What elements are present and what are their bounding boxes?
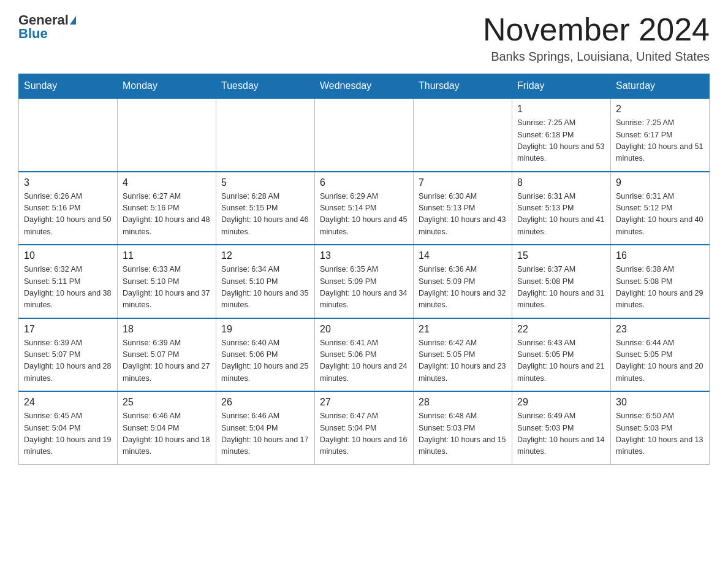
day-info: Sunrise: 6:40 AM Sunset: 5:06 PM Dayligh… xyxy=(221,337,309,385)
month-title: November 2024 xyxy=(483,12,710,47)
calendar-header-saturday: Saturday xyxy=(611,74,710,99)
day-number: 13 xyxy=(320,250,408,261)
calendar-week-row: 24Sunrise: 6:45 AM Sunset: 5:04 PM Dayli… xyxy=(19,391,710,464)
day-info: Sunrise: 6:42 AM Sunset: 5:05 PM Dayligh… xyxy=(419,337,507,385)
calendar-cell xyxy=(216,98,315,172)
calendar-cell: 21Sunrise: 6:42 AM Sunset: 5:05 PM Dayli… xyxy=(414,318,512,392)
calendar-header-wednesday: Wednesday xyxy=(315,74,414,99)
day-info: Sunrise: 6:33 AM Sunset: 5:10 PM Dayligh… xyxy=(123,264,211,312)
day-number: 23 xyxy=(616,324,704,335)
day-info: Sunrise: 6:36 AM Sunset: 5:09 PM Dayligh… xyxy=(419,264,507,312)
day-number: 24 xyxy=(24,397,112,408)
day-number: 14 xyxy=(419,250,507,261)
calendar-cell: 7Sunrise: 6:30 AM Sunset: 5:13 PM Daylig… xyxy=(414,172,512,245)
calendar-cell xyxy=(19,98,118,172)
day-number: 26 xyxy=(221,397,309,408)
calendar-cell: 17Sunrise: 6:39 AM Sunset: 5:07 PM Dayli… xyxy=(19,318,118,392)
day-info: Sunrise: 7:25 AM Sunset: 6:17 PM Dayligh… xyxy=(616,117,704,165)
calendar-cell: 1Sunrise: 7:25 AM Sunset: 6:18 PM Daylig… xyxy=(512,98,611,172)
day-number: 25 xyxy=(123,397,211,408)
calendar-week-row: 1Sunrise: 7:25 AM Sunset: 6:18 PM Daylig… xyxy=(19,98,710,172)
day-info: Sunrise: 6:28 AM Sunset: 5:15 PM Dayligh… xyxy=(221,191,309,239)
calendar-cell: 27Sunrise: 6:47 AM Sunset: 5:04 PM Dayli… xyxy=(315,391,414,464)
day-number: 7 xyxy=(419,177,507,188)
logo: General Blue xyxy=(18,12,76,42)
calendar-cell xyxy=(315,98,414,172)
calendar-cell: 26Sunrise: 6:46 AM Sunset: 5:04 PM Dayli… xyxy=(216,391,315,464)
calendar-table: SundayMondayTuesdayWednesdayThursdayFrid… xyxy=(18,74,710,465)
day-info: Sunrise: 6:27 AM Sunset: 5:16 PM Dayligh… xyxy=(123,191,211,239)
day-number: 16 xyxy=(616,250,704,261)
day-info: Sunrise: 6:29 AM Sunset: 5:14 PM Dayligh… xyxy=(320,191,408,239)
day-info: Sunrise: 7:25 AM Sunset: 6:18 PM Dayligh… xyxy=(517,117,605,165)
day-number: 21 xyxy=(419,324,507,335)
calendar-cell: 6Sunrise: 6:29 AM Sunset: 5:14 PM Daylig… xyxy=(315,172,414,245)
calendar-cell: 10Sunrise: 6:32 AM Sunset: 5:11 PM Dayli… xyxy=(19,245,118,318)
day-info: Sunrise: 6:41 AM Sunset: 5:06 PM Dayligh… xyxy=(320,337,408,385)
day-info: Sunrise: 6:48 AM Sunset: 5:03 PM Dayligh… xyxy=(419,410,507,458)
calendar-cell: 23Sunrise: 6:44 AM Sunset: 5:05 PM Dayli… xyxy=(611,318,710,392)
calendar-cell: 25Sunrise: 6:46 AM Sunset: 5:04 PM Dayli… xyxy=(118,391,216,464)
calendar-cell: 13Sunrise: 6:35 AM Sunset: 5:09 PM Dayli… xyxy=(315,245,414,318)
day-number: 2 xyxy=(616,104,704,115)
day-number: 17 xyxy=(24,324,112,335)
day-info: Sunrise: 6:35 AM Sunset: 5:09 PM Dayligh… xyxy=(320,264,408,312)
calendar-cell: 29Sunrise: 6:49 AM Sunset: 5:03 PM Dayli… xyxy=(512,391,611,464)
day-info: Sunrise: 6:37 AM Sunset: 5:08 PM Dayligh… xyxy=(517,264,605,312)
day-info: Sunrise: 6:38 AM Sunset: 5:08 PM Dayligh… xyxy=(616,264,704,312)
day-info: Sunrise: 6:47 AM Sunset: 5:04 PM Dayligh… xyxy=(320,410,408,458)
day-number: 20 xyxy=(320,324,408,335)
calendar-cell: 3Sunrise: 6:26 AM Sunset: 5:16 PM Daylig… xyxy=(19,172,118,245)
day-info: Sunrise: 6:26 AM Sunset: 5:16 PM Dayligh… xyxy=(24,191,112,239)
calendar-cell xyxy=(414,98,512,172)
day-info: Sunrise: 6:39 AM Sunset: 5:07 PM Dayligh… xyxy=(24,337,112,385)
day-info: Sunrise: 6:30 AM Sunset: 5:13 PM Dayligh… xyxy=(419,191,507,239)
calendar-cell: 2Sunrise: 7:25 AM Sunset: 6:17 PM Daylig… xyxy=(611,98,710,172)
day-number: 6 xyxy=(320,177,408,188)
day-info: Sunrise: 6:46 AM Sunset: 5:04 PM Dayligh… xyxy=(221,410,309,458)
logo-triangle-icon xyxy=(70,16,76,25)
day-info: Sunrise: 6:50 AM Sunset: 5:03 PM Dayligh… xyxy=(616,410,704,458)
day-info: Sunrise: 6:31 AM Sunset: 5:12 PM Dayligh… xyxy=(616,191,704,239)
day-number: 27 xyxy=(320,397,408,408)
day-number: 5 xyxy=(221,177,309,188)
calendar-cell: 12Sunrise: 6:34 AM Sunset: 5:10 PM Dayli… xyxy=(216,245,315,318)
day-info: Sunrise: 6:32 AM Sunset: 5:11 PM Dayligh… xyxy=(24,264,112,312)
day-number: 15 xyxy=(517,250,605,261)
calendar-cell: 14Sunrise: 6:36 AM Sunset: 5:09 PM Dayli… xyxy=(414,245,512,318)
day-number: 4 xyxy=(123,177,211,188)
calendar-header-friday: Friday xyxy=(512,74,611,99)
day-info: Sunrise: 6:43 AM Sunset: 5:05 PM Dayligh… xyxy=(517,337,605,385)
calendar-week-row: 10Sunrise: 6:32 AM Sunset: 5:11 PM Dayli… xyxy=(19,245,710,318)
calendar-week-row: 17Sunrise: 6:39 AM Sunset: 5:07 PM Dayli… xyxy=(19,318,710,392)
calendar-cell: 9Sunrise: 6:31 AM Sunset: 5:12 PM Daylig… xyxy=(611,172,710,245)
calendar-cell: 19Sunrise: 6:40 AM Sunset: 5:06 PM Dayli… xyxy=(216,318,315,392)
calendar-header-thursday: Thursday xyxy=(414,74,512,99)
day-number: 10 xyxy=(24,250,112,261)
title-area: November 2024 Banks Springs, Louisiana, … xyxy=(483,12,710,64)
calendar-cell: 16Sunrise: 6:38 AM Sunset: 5:08 PM Dayli… xyxy=(611,245,710,318)
calendar-cell: 30Sunrise: 6:50 AM Sunset: 5:03 PM Dayli… xyxy=(611,391,710,464)
calendar-cell: 28Sunrise: 6:48 AM Sunset: 5:03 PM Dayli… xyxy=(414,391,512,464)
calendar-header-tuesday: Tuesday xyxy=(216,74,315,99)
day-number: 11 xyxy=(123,250,211,261)
calendar-cell: 4Sunrise: 6:27 AM Sunset: 5:16 PM Daylig… xyxy=(118,172,216,245)
day-info: Sunrise: 6:31 AM Sunset: 5:13 PM Dayligh… xyxy=(517,191,605,239)
calendar-cell: 8Sunrise: 6:31 AM Sunset: 5:13 PM Daylig… xyxy=(512,172,611,245)
calendar-header-row: SundayMondayTuesdayWednesdayThursdayFrid… xyxy=(19,74,710,99)
day-number: 8 xyxy=(517,177,605,188)
calendar-cell: 15Sunrise: 6:37 AM Sunset: 5:08 PM Dayli… xyxy=(512,245,611,318)
day-number: 28 xyxy=(419,397,507,408)
calendar-cell: 22Sunrise: 6:43 AM Sunset: 5:05 PM Dayli… xyxy=(512,318,611,392)
day-number: 12 xyxy=(221,250,309,261)
day-number: 30 xyxy=(616,397,704,408)
day-info: Sunrise: 6:45 AM Sunset: 5:04 PM Dayligh… xyxy=(24,410,112,458)
day-number: 29 xyxy=(517,397,605,408)
day-number: 1 xyxy=(517,104,605,115)
day-number: 9 xyxy=(616,177,704,188)
calendar-cell: 11Sunrise: 6:33 AM Sunset: 5:10 PM Dayli… xyxy=(118,245,216,318)
calendar-header-sunday: Sunday xyxy=(19,74,118,99)
day-info: Sunrise: 6:49 AM Sunset: 5:03 PM Dayligh… xyxy=(517,410,605,458)
day-info: Sunrise: 6:34 AM Sunset: 5:10 PM Dayligh… xyxy=(221,264,309,312)
calendar-week-row: 3Sunrise: 6:26 AM Sunset: 5:16 PM Daylig… xyxy=(19,172,710,245)
